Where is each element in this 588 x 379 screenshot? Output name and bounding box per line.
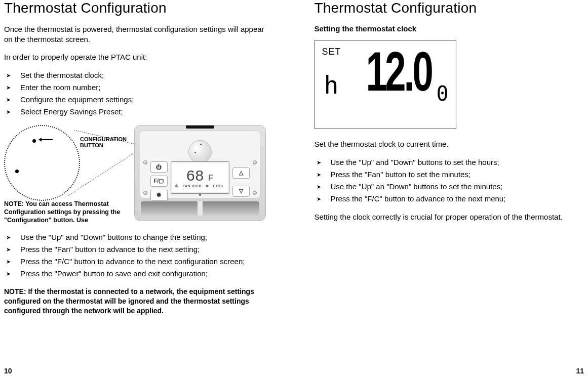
- thermostat-device: ⏻ F/▢ ✽ 68 F ✇ FAN HIGH ❄ COOL: [134, 125, 266, 221]
- fc-button[interactable]: F/▢: [150, 176, 168, 187]
- intro-paragraph-2: In order to properly operate the PTAC un…: [4, 52, 274, 62]
- thermostat-faceplate: ⏻ F/▢ ✽ 68 F ✇ FAN HIGH ❄ COOL: [140, 131, 260, 198]
- lcd-set-label: SET: [322, 47, 341, 57]
- page-title: Thermostat Configuration: [315, 0, 584, 16]
- clock-lcd-illustration: SET h 12.0 0: [315, 40, 456, 129]
- fan-button[interactable]: ✽: [150, 190, 168, 201]
- diagram-note: NOTE: You can access Thermostat Configur…: [4, 200, 121, 225]
- list-item: Use the "Up" and "Down" buttons to set t…: [315, 156, 584, 169]
- secondary-dot: [15, 170, 19, 173]
- list-item: Use the "Up" and "Down" buttons to chang…: [4, 231, 274, 243]
- thermostat-diagram: CONFIGURATION BUTTON ⏻: [4, 125, 274, 226]
- list-item: Set the thermostat clock;: [4, 69, 274, 81]
- device-base: [141, 201, 259, 216]
- network-note: NOTE: If the thermostat is connected to …: [4, 287, 274, 316]
- screw-icon: [143, 191, 147, 195]
- clock-importance-note: Setting the clock correctly is crucial f…: [315, 212, 584, 222]
- list-item: Use the "Up" an "Down" buttons to set th…: [315, 181, 584, 193]
- power-button[interactable]: ⏻: [150, 161, 168, 173]
- clock-steps-list: Use the "Up" and "Down" buttons to set t…: [315, 156, 584, 205]
- screw-icon: [253, 160, 257, 164]
- list-item: Press the "F/C" button to advance to the…: [315, 193, 584, 205]
- lcd-sub-digit: 0: [436, 82, 448, 105]
- screw-icon: [143, 160, 147, 164]
- down-button[interactable]: ▽: [232, 186, 250, 197]
- config-button-dot: [32, 139, 36, 143]
- lcd-hour-indicator: h: [324, 71, 339, 99]
- lcd-mode-text: COOL: [213, 184, 224, 188]
- lcd-unit: F: [208, 174, 213, 183]
- up-button[interactable]: △: [232, 167, 250, 179]
- list-item: Press the "F/C" button to advance to the…: [4, 256, 274, 268]
- navigation-steps-list: Use the "Up" and "Down" buttons to chang…: [4, 231, 274, 280]
- intro-paragraph-1: Once the thermostat is powered, thermost…: [4, 24, 274, 45]
- lcd-main-digits: 12.0: [350, 44, 447, 99]
- list-item: Select Energy Savings Preset;: [4, 106, 274, 118]
- list-item: Enter the room number;: [4, 81, 274, 94]
- zoom-circle: [4, 125, 80, 201]
- page-number: 10: [4, 367, 12, 375]
- list-item: Press the "Power" button to save and exi…: [4, 268, 274, 280]
- lcd-fan-text: FAN HIGH: [183, 184, 202, 188]
- clock-instruction: Set the thermostat clock to current time…: [315, 139, 584, 149]
- indicator-dot: [199, 194, 201, 196]
- lcd-fan-icon: ✇: [175, 184, 179, 188]
- setup-steps-list: Set the thermostat clock; Enter the room…: [4, 69, 274, 118]
- config-button-label: CONFIGURATION BUTTON: [80, 136, 131, 148]
- lcd-temperature: 68: [186, 167, 204, 184]
- list-item: Press the "Fan" button to set the minute…: [315, 169, 584, 181]
- list-item: Configure the equipment settings;: [4, 94, 274, 106]
- list-item: Press the "Fan" button to advance to the…: [4, 243, 274, 256]
- thumb-dimple: [188, 140, 212, 163]
- thermostat-lcd: 68 F ✇ FAN HIGH ❄ COOL: [171, 161, 229, 194]
- lcd-mode-icon: ❄: [206, 184, 209, 188]
- page-title: Thermostat Configuration: [4, 0, 274, 16]
- screw-icon: [253, 191, 257, 195]
- page-10: Thermostat Configuration Once the thermo…: [0, 0, 294, 379]
- subheading: Setting the thermostat clock: [315, 24, 584, 33]
- page-11: Thermostat Configuration Setting the the…: [294, 0, 589, 379]
- callout-arrow-icon: [40, 139, 53, 140]
- page-number: 11: [576, 367, 584, 375]
- ir-window: [186, 125, 214, 129]
